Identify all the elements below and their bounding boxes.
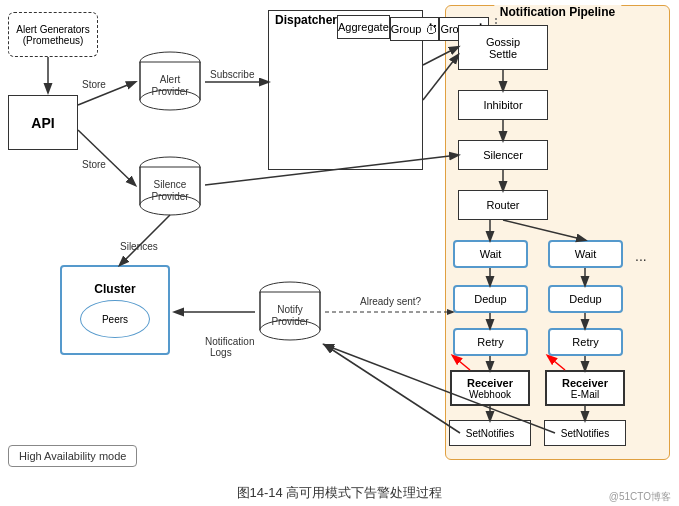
receiver1-box: Receiver Webhook bbox=[450, 370, 530, 406]
alert-generators-box: Alert Generators (Prometheus) bbox=[8, 12, 98, 57]
caption: 图14-14 高可用模式下告警处理过程 bbox=[0, 480, 679, 504]
silencer-box: Silencer bbox=[458, 140, 548, 170]
notify-provider-cylinder: Notify Provider bbox=[255, 280, 325, 348]
retry2-box: Retry bbox=[548, 328, 623, 356]
svg-text:Provider: Provider bbox=[151, 86, 189, 97]
router-box: Router bbox=[458, 190, 548, 220]
inhibitor-box: Inhibitor bbox=[458, 90, 548, 120]
svg-line-24 bbox=[78, 130, 135, 185]
dispatcher-area: Dispatcher Aggregate Group ⏱ Group ⏱ ⋮ bbox=[268, 10, 423, 170]
svg-line-53 bbox=[325, 345, 460, 433]
aggregate-box: Aggregate bbox=[337, 15, 390, 39]
silence-provider-cylinder: Silence Provider bbox=[135, 155, 205, 223]
svg-text:Provider: Provider bbox=[271, 316, 309, 327]
svg-text:Notify: Notify bbox=[277, 304, 303, 315]
svg-text:Store: Store bbox=[82, 79, 106, 90]
pipeline-title: Notification Pipeline bbox=[494, 5, 621, 19]
set-notifies1-box: SetNotifies bbox=[449, 420, 531, 446]
wait-dots: ... bbox=[635, 248, 647, 264]
cluster-box: Cluster Peers bbox=[60, 265, 170, 355]
api-box: API bbox=[8, 95, 78, 150]
wait1-box: Wait bbox=[453, 240, 528, 268]
alert-provider-cylinder: Alert Provider bbox=[135, 50, 205, 118]
svg-text:Store: Store bbox=[82, 159, 106, 170]
peers-shape: Peers bbox=[80, 300, 150, 338]
svg-text:Subscribe: Subscribe bbox=[210, 69, 255, 80]
dedup2-box: Dedup bbox=[548, 285, 623, 313]
svg-text:Silence: Silence bbox=[154, 179, 187, 190]
gossip-settle-box: Gossip Settle bbox=[458, 25, 548, 70]
ha-mode-box: High Availability mode bbox=[8, 445, 137, 467]
group1-box: Group ⏱ bbox=[390, 17, 440, 41]
watermark: @51CTO博客 bbox=[609, 490, 671, 504]
dispatcher-title: Dispatcher bbox=[275, 13, 337, 27]
svg-text:Provider: Provider bbox=[151, 191, 189, 202]
wait2-box: Wait bbox=[548, 240, 623, 268]
receiver2-box: Receiver E-Mail bbox=[545, 370, 625, 406]
retry1-box: Retry bbox=[453, 328, 528, 356]
svg-text:Notification: Notification bbox=[205, 336, 254, 347]
clock1-icon: ⏱ bbox=[425, 22, 438, 37]
set-notifies2-box: SetNotifies bbox=[544, 420, 626, 446]
svg-text:Alert: Alert bbox=[160, 74, 181, 85]
svg-text:Silences: Silences bbox=[120, 241, 158, 252]
dedup1-box: Dedup bbox=[453, 285, 528, 313]
svg-line-22 bbox=[78, 82, 135, 105]
svg-text:Already sent?: Already sent? bbox=[360, 296, 422, 307]
svg-text:Logs: Logs bbox=[210, 347, 232, 358]
